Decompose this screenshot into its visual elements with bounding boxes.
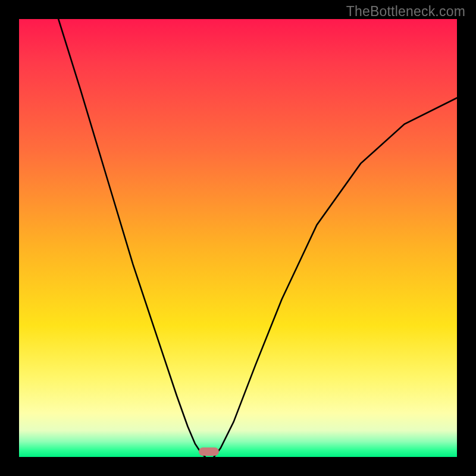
plot-area [19, 19, 457, 457]
watermark-text: TheBottleneck.com [346, 4, 465, 20]
bottleneck-curve [19, 19, 457, 457]
optimum-marker [199, 447, 219, 456]
chart-frame: TheBottleneck.com [0, 0, 476, 476]
